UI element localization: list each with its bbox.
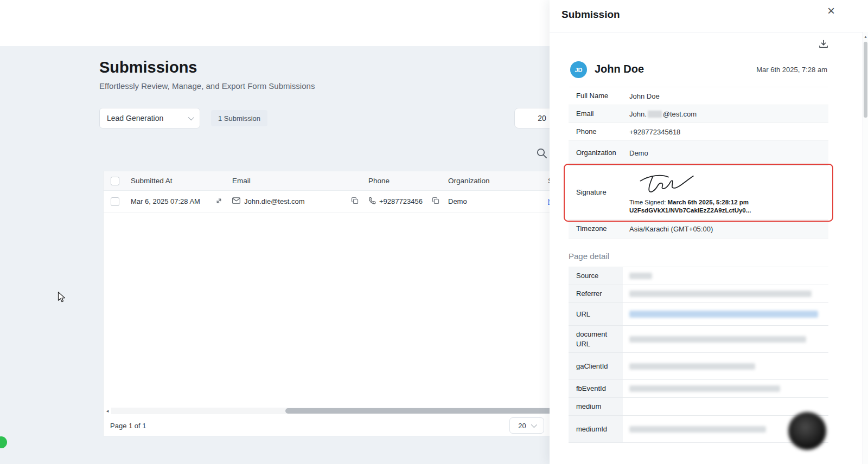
column-header-email: Email — [227, 177, 364, 185]
panel-divider — [550, 32, 868, 33]
detail-row-documenturl: documentURL — [569, 326, 828, 353]
field-value: Demo — [628, 146, 828, 160]
submission-fields-table: Full Name John Doe Email John. @test.com… — [569, 87, 828, 239]
field-row-timezone: Timezone Asia/Karachi (GMT+05:00) — [569, 220, 828, 239]
detail-row-source: Source — [569, 267, 828, 285]
search-button[interactable] — [535, 147, 550, 161]
copy-email-button[interactable] — [351, 197, 359, 206]
submission-detail-panel: Submission × JD John Doe Mar 6th 2025, 7… — [550, 0, 868, 464]
detail-row-gaclientid: gaClientId — [569, 353, 828, 380]
time-signed-label: Time Signed: — [629, 199, 668, 205]
redacted-text — [648, 111, 662, 118]
column-header-phone: Phone — [364, 177, 444, 185]
close-button[interactable]: × — [827, 4, 835, 17]
field-row-organization: Organization Demo — [569, 141, 828, 166]
form-filter-select[interactable]: Lead Generation — [99, 108, 200, 128]
main-area: Submissions Effortlessly Review, Manage,… — [0, 0, 550, 464]
submission-count-badge: 1 Submission — [211, 110, 267, 126]
email-value: John.die@test.com — [244, 197, 304, 205]
organization-value: Demo — [444, 197, 545, 205]
table-row[interactable]: Mar 6, 2025 07:28 AM — [104, 191, 550, 212]
horizontal-scrollbar[interactable]: ◂ — [104, 408, 550, 414]
panel-title: Submission — [561, 9, 620, 21]
submissions-table: Submitted At Email Phone Organization S … — [103, 171, 550, 436]
expand-icon — [215, 197, 222, 206]
vertical-scrollbar[interactable]: ▴ — [863, 32, 868, 464]
email-prefix: John. — [629, 110, 647, 118]
pagination-label: Page 1 of 1 — [110, 422, 146, 430]
copy-icon — [432, 197, 439, 206]
table-header-row: Submitted At Email Phone Organization S — [104, 171, 550, 191]
download-button[interactable] — [818, 39, 829, 51]
table-empty-space — [104, 212, 550, 408]
page-size-select[interactable]: 20 — [509, 417, 544, 434]
top-page-size-select[interactable]: 20 — [514, 108, 550, 128]
detail-label: medium — [569, 398, 623, 415]
redacted-value — [629, 336, 806, 343]
row-checkbox[interactable] — [111, 197, 119, 206]
close-icon: × — [827, 3, 835, 18]
select-all-checkbox[interactable] — [111, 177, 119, 185]
redacted-value — [629, 273, 652, 279]
detail-label: Referrer — [569, 285, 623, 302]
detail-row-fbeventid: fbEventId — [569, 380, 828, 398]
redacted-value — [629, 426, 766, 433]
redacted-value — [629, 291, 812, 297]
field-row-phone: Phone +928772345618 — [569, 123, 828, 141]
vertical-scrollbar-thumb[interactable] — [864, 42, 867, 118]
email-icon — [232, 197, 240, 205]
detail-label: fbEventId — [569, 380, 623, 397]
scroll-left-icon[interactable]: ◂ — [104, 408, 111, 414]
detail-label: URL — [569, 303, 623, 325]
detail-row-url: URL — [569, 303, 828, 326]
email-suffix: @test.com — [663, 110, 697, 118]
submitted-at-value: Mar 6, 2025 07:28 AM — [131, 197, 200, 205]
field-value: Time Signed: March 6th 2025, 5:28:12 pm … — [628, 169, 828, 217]
top-header — [0, 0, 550, 46]
form-filter-label: Lead Generation — [107, 114, 163, 123]
detail-label: documentURL — [569, 326, 623, 352]
detail-row-referrer: Referrer — [569, 285, 828, 303]
chevron-down-icon — [531, 422, 537, 428]
field-label: Timezone — [569, 221, 628, 237]
field-label: Signature — [569, 185, 628, 201]
copy-phone-button[interactable] — [432, 197, 439, 206]
avatar-initials: JD — [575, 67, 582, 73]
submission-count-label: 1 Submission — [218, 114, 260, 123]
top-page-size-value: 20 — [538, 114, 546, 123]
field-value: John. @test.com — [628, 107, 828, 121]
field-value: John Doe — [628, 89, 828, 104]
page-title: Submissions — [99, 59, 197, 76]
page-subtitle: Effortlessly Review, Manage, and Export … — [99, 81, 315, 91]
signature-hash: U2FsdGVkX1/NVb7CakIEzZ2A9zLctUy0... — [629, 207, 828, 214]
column-header-organization: Organization — [444, 177, 545, 185]
field-value: Asia/Karachi (GMT+05:00) — [628, 222, 828, 236]
signature-image — [635, 171, 828, 198]
field-row-signature: Signature Time Signed: March 6th 2025, 5… — [569, 166, 828, 220]
scroll-up-icon[interactable]: ▴ — [863, 32, 868, 39]
submission-timestamp: Mar 6th 2025, 7:28 am — [756, 66, 827, 74]
avatar: JD — [570, 61, 587, 78]
detail-label: gaClientId — [569, 353, 623, 379]
phone-icon — [368, 197, 376, 206]
table-footer: Page 1 of 1 20 — [104, 414, 550, 437]
horizontal-scrollbar-thumb[interactable] — [285, 408, 550, 414]
field-label: Email — [569, 106, 628, 122]
time-signed-value: March 6th 2025, 5:28:12 pm — [668, 199, 749, 205]
expand-row-button[interactable] — [215, 197, 222, 206]
field-row-full-name: Full Name John Doe — [569, 87, 828, 105]
column-header-status: S — [545, 177, 550, 185]
page-size-value: 20 — [518, 422, 526, 430]
app-window: Submissions Effortlessly Review, Manage,… — [0, 0, 868, 464]
redacted-value — [629, 363, 755, 370]
horizontal-scrollbar-track[interactable] — [111, 408, 550, 414]
detail-label: Source — [569, 267, 623, 285]
redacted-value — [629, 385, 780, 392]
page-detail-table: Source Referrer URL documentURL gaClient… — [569, 267, 828, 443]
copy-icon — [351, 197, 359, 206]
page-detail-heading: Page detail — [569, 252, 609, 261]
field-label: Full Name — [569, 88, 628, 104]
phone-value: +9287723456 — [379, 197, 423, 205]
blurred-widget — [788, 412, 826, 450]
detail-row-medium: medium — [569, 398, 828, 416]
